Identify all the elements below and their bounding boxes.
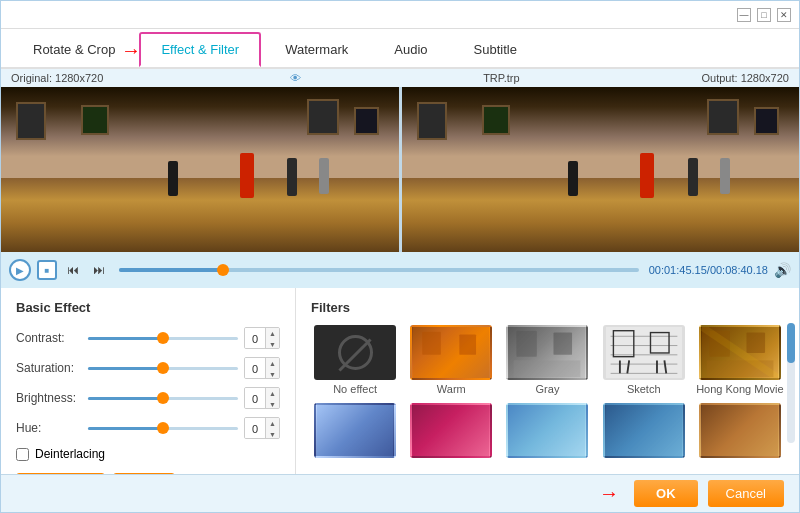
svg-rect-2	[460, 334, 477, 354]
original-label: Original: 1280x720	[11, 72, 103, 84]
contrast-thumb[interactable]	[157, 332, 169, 344]
contrast-track[interactable]	[88, 337, 238, 340]
brightness-spinner[interactable]: 0 ▲ ▼	[244, 387, 280, 409]
svg-rect-27	[606, 405, 682, 456]
tab-effect-filter[interactable]: Effect & Filter	[139, 32, 261, 67]
filter-2-1[interactable]	[311, 403, 399, 461]
deinterlacing-label: Deinterlacing	[35, 447, 105, 461]
prev-frame-button[interactable]: ⏮	[63, 260, 83, 280]
hue-label: Hue:	[16, 421, 88, 435]
eye-icon[interactable]: 👁	[290, 72, 301, 84]
gallery-wall-right	[402, 87, 800, 186]
output-video-frame	[402, 87, 800, 252]
saturation-spinner[interactable]: 0 ▲ ▼	[244, 357, 280, 379]
svg-rect-1	[423, 332, 442, 355]
contrast-fill	[88, 337, 163, 340]
filter-no-effect[interactable]: No effect	[311, 325, 399, 395]
saturation-thumb[interactable]	[157, 362, 169, 374]
brightness-track[interactable]	[88, 397, 238, 400]
preview-videos	[1, 87, 799, 252]
contrast-up[interactable]: ▲	[266, 328, 279, 339]
figure-dark-2	[287, 158, 297, 196]
maximize-button[interactable]: □	[757, 8, 771, 22]
ok-button[interactable]: OK	[634, 480, 698, 507]
filter-2-4[interactable]	[600, 403, 688, 461]
contrast-row: Contrast: 0 ▲ ▼	[16, 327, 280, 349]
filter-thumb-sketch	[603, 325, 685, 380]
filter-thumb-2-2	[410, 403, 492, 458]
svg-rect-6	[514, 360, 581, 377]
brightness-down[interactable]: ▼	[266, 399, 279, 409]
timeline-thumb[interactable]	[217, 264, 229, 276]
cancel-button[interactable]: Cancel	[708, 480, 784, 507]
filter-thumb-2-4	[603, 403, 685, 458]
time-current: 00:01:45.15	[649, 264, 707, 276]
filter-hk-movie[interactable]: Hong Kong Movie	[696, 325, 784, 395]
filter-thumb-warm	[410, 325, 492, 380]
next-frame-button[interactable]: ⏭	[89, 260, 109, 280]
hue-track[interactable]	[88, 427, 238, 430]
painting-frame-6	[482, 105, 510, 135]
painting-frame-4	[354, 107, 379, 135]
contrast-down[interactable]: ▼	[266, 339, 279, 349]
warm-overlay	[412, 327, 490, 378]
stop-button[interactable]: ■	[37, 260, 57, 280]
hue-down[interactable]: ▼	[266, 429, 279, 439]
close-button[interactable]: ✕	[777, 8, 791, 22]
hue-spinner[interactable]: 0 ▲ ▼	[244, 417, 280, 439]
filter-label-no-effect: No effect	[333, 383, 377, 395]
brightness-up[interactable]: ▲	[266, 388, 279, 399]
brightness-thumb[interactable]	[157, 392, 169, 404]
hue-up[interactable]: ▲	[266, 418, 279, 429]
hue-thumb[interactable]	[157, 422, 169, 434]
transport-bar: ▶ ■ ⏮ ⏭ 00:01:45.15/00:08:40.18 🔊	[1, 252, 799, 288]
painting-frame-7	[707, 99, 739, 135]
filters-grid: No effect Warm	[311, 325, 784, 461]
saturation-up[interactable]: ▲	[266, 358, 279, 369]
minimize-button[interactable]: —	[737, 8, 751, 22]
hk-overlay	[701, 327, 779, 378]
filter-2-3-overlay	[508, 405, 586, 456]
hue-slider-container	[88, 420, 238, 436]
tab-rotate-crop[interactable]: Rotate & Crop	[11, 32, 137, 67]
tab-audio[interactable]: Audio	[372, 32, 449, 67]
filter-2-2[interactable]	[407, 403, 495, 461]
saturation-track[interactable]	[88, 367, 238, 370]
contrast-spinner[interactable]: 0 ▲ ▼	[244, 327, 280, 349]
filter-2-3[interactable]	[503, 403, 591, 461]
saturation-down[interactable]: ▼	[266, 369, 279, 379]
filter-label-hk: Hong Kong Movie	[696, 383, 783, 395]
play-button[interactable]: ▶	[9, 259, 31, 281]
scrollbar-thumb[interactable]	[787, 323, 795, 363]
tab-watermark[interactable]: Watermark	[263, 32, 370, 67]
left-panel: Basic Effect Contrast: 0 ▲ ▼	[1, 288, 296, 474]
sketch-overlay	[605, 327, 683, 378]
brightness-label: Brightness:	[16, 391, 88, 405]
filter-warm[interactable]: Warm	[407, 325, 495, 395]
filter-gray[interactable]: Gray	[503, 325, 591, 395]
deinterlacing-checkbox[interactable]	[16, 448, 29, 461]
saturation-value: 0	[245, 358, 265, 379]
filter-thumb-hk	[699, 325, 781, 380]
svg-rect-28	[702, 405, 778, 456]
timeline-track[interactable]	[119, 268, 639, 272]
svg-rect-26	[509, 405, 585, 456]
filter-thumb-gray	[506, 325, 588, 380]
tab-subtitle[interactable]: Subtitle	[452, 32, 539, 67]
original-video-frame	[1, 87, 399, 252]
volume-icon[interactable]: 🔊	[774, 262, 791, 278]
gallery-floor-right	[402, 178, 800, 252]
bottom-arrow-indicator: →	[599, 482, 619, 505]
filters-scrollbar[interactable]	[787, 323, 795, 443]
hue-fill	[88, 427, 163, 430]
svg-rect-5	[554, 333, 573, 355]
painting-frame-2	[81, 105, 109, 135]
brightness-slider-container	[88, 390, 238, 406]
contrast-label: Contrast:	[16, 331, 88, 345]
timeline-progress	[119, 268, 223, 272]
brightness-value: 0	[245, 388, 265, 409]
filter-sketch[interactable]: Sketch	[600, 325, 688, 395]
filter-2-5[interactable]	[696, 403, 784, 461]
main-content: Basic Effect Contrast: 0 ▲ ▼	[1, 288, 799, 474]
figure-light	[319, 158, 329, 194]
